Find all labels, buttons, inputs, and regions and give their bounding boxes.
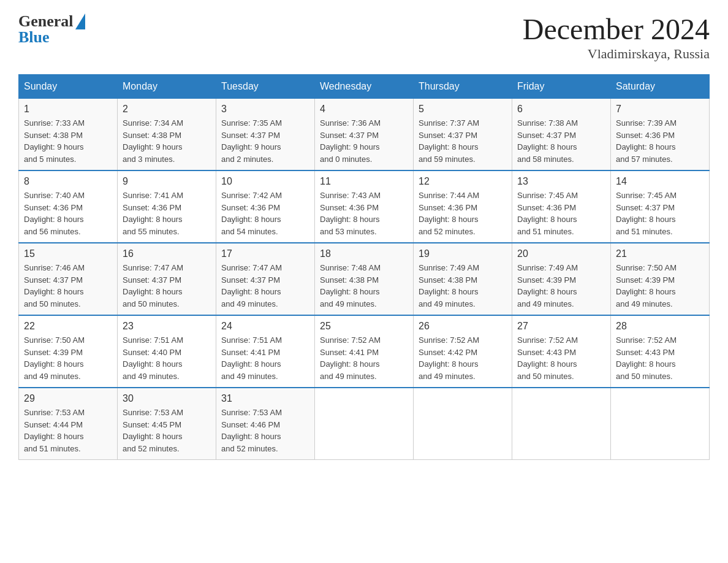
calendar-cell: 4 Sunrise: 7:36 AMSunset: 4:37 PMDayligh… [315,99,414,171]
day-info: Sunrise: 7:39 AMSunset: 4:36 PMDaylight:… [616,118,677,164]
logo-blue: Blue [18,28,50,47]
day-number: 22 [24,321,112,332]
col-thursday: Thursday [414,75,512,99]
header-right: December 2024 Vladimirskaya, Russia [523,12,710,62]
day-number: 18 [320,248,408,259]
day-info: Sunrise: 7:46 AMSunset: 4:37 PMDaylight:… [24,263,85,308]
calendar-cell: 27 Sunrise: 7:52 AMSunset: 4:43 PMDaylig… [512,315,611,388]
day-info: Sunrise: 7:43 AMSunset: 4:36 PMDaylight:… [320,191,381,236]
day-number: 25 [320,321,408,332]
day-info: Sunrise: 7:47 AMSunset: 4:37 PMDaylight:… [123,263,183,308]
calendar-cell: 14 Sunrise: 7:45 AMSunset: 4:37 PMDaylig… [611,170,710,243]
col-monday: Monday [118,75,216,99]
col-friday: Friday [512,75,611,99]
day-number: 12 [419,176,507,187]
calendar-cell: 8 Sunrise: 7:40 AMSunset: 4:36 PMDayligh… [19,170,118,243]
calendar-cell: 15 Sunrise: 7:46 AMSunset: 4:37 PMDaylig… [19,243,118,315]
calendar-cell: 5 Sunrise: 7:37 AMSunset: 4:37 PMDayligh… [414,99,512,171]
day-number: 26 [419,321,507,332]
day-info: Sunrise: 7:52 AMSunset: 4:43 PMDaylight:… [616,335,677,381]
calendar-cell: 13 Sunrise: 7:45 AMSunset: 4:36 PMDaylig… [512,170,611,243]
calendar-cell [315,388,414,460]
calendar-row-2: 8 Sunrise: 7:40 AMSunset: 4:36 PMDayligh… [19,170,710,243]
calendar-cell [414,388,512,460]
calendar-row-5: 29 Sunrise: 7:53 AMSunset: 4:44 PMDaylig… [19,388,710,460]
calendar-cell: 28 Sunrise: 7:52 AMSunset: 4:43 PMDaylig… [611,315,710,388]
calendar-cell: 16 Sunrise: 7:47 AMSunset: 4:37 PMDaylig… [118,243,216,315]
col-wednesday: Wednesday [315,75,414,99]
calendar-table: Sunday Monday Tuesday Wednesday Thursday… [18,74,710,460]
day-number: 15 [24,248,112,259]
calendar-cell: 26 Sunrise: 7:52 AMSunset: 4:42 PMDaylig… [414,315,512,388]
calendar-cell: 2 Sunrise: 7:34 AMSunset: 4:38 PMDayligh… [118,99,216,171]
logo-triangle-icon [75,13,85,29]
day-number: 28 [616,321,704,332]
month-title: December 2024 [523,12,710,46]
day-number: 1 [24,104,112,115]
calendar-cell [611,388,710,460]
day-info: Sunrise: 7:50 AMSunset: 4:39 PMDaylight:… [616,263,677,308]
day-info: Sunrise: 7:51 AMSunset: 4:41 PMDaylight:… [221,335,282,381]
calendar-cell: 18 Sunrise: 7:48 AMSunset: 4:38 PMDaylig… [315,243,414,315]
day-info: Sunrise: 7:52 AMSunset: 4:43 PMDaylight:… [517,335,578,381]
day-number: 13 [517,176,605,187]
day-info: Sunrise: 7:42 AMSunset: 4:36 PMDaylight:… [221,191,282,236]
calendar-cell: 1 Sunrise: 7:33 AMSunset: 4:38 PMDayligh… [19,99,118,171]
day-info: Sunrise: 7:45 AMSunset: 4:37 PMDaylight:… [616,191,677,236]
day-info: Sunrise: 7:48 AMSunset: 4:38 PMDaylight:… [320,263,381,308]
day-info: Sunrise: 7:37 AMSunset: 4:37 PMDaylight:… [419,118,479,164]
day-info: Sunrise: 7:40 AMSunset: 4:36 PMDaylight:… [24,191,85,236]
calendar-cell: 6 Sunrise: 7:38 AMSunset: 4:37 PMDayligh… [512,99,611,171]
day-number: 11 [320,176,408,187]
col-tuesday: Tuesday [216,75,315,99]
day-info: Sunrise: 7:49 AMSunset: 4:39 PMDaylight:… [517,263,578,308]
day-info: Sunrise: 7:51 AMSunset: 4:40 PMDaylight:… [123,335,183,381]
day-info: Sunrise: 7:33 AMSunset: 4:38 PMDaylight:… [24,118,85,164]
calendar-cell: 22 Sunrise: 7:50 AMSunset: 4:39 PMDaylig… [19,315,118,388]
day-info: Sunrise: 7:36 AMSunset: 4:37 PMDaylight:… [320,118,381,164]
calendar-cell: 12 Sunrise: 7:44 AMSunset: 4:36 PMDaylig… [414,170,512,243]
day-number: 16 [123,248,211,259]
day-info: Sunrise: 7:53 AMSunset: 4:44 PMDaylight:… [24,408,85,453]
day-info: Sunrise: 7:53 AMSunset: 4:46 PMDaylight:… [221,408,282,453]
calendar-cell: 10 Sunrise: 7:42 AMSunset: 4:36 PMDaylig… [216,170,315,243]
day-number: 5 [419,104,507,115]
calendar-cell: 11 Sunrise: 7:43 AMSunset: 4:36 PMDaylig… [315,170,414,243]
calendar-cell: 25 Sunrise: 7:52 AMSunset: 4:41 PMDaylig… [315,315,414,388]
day-number: 31 [221,393,309,404]
day-number: 7 [616,104,704,115]
calendar-row-4: 22 Sunrise: 7:50 AMSunset: 4:39 PMDaylig… [19,315,710,388]
calendar-cell [512,388,611,460]
day-number: 9 [123,176,211,187]
calendar-cell: 21 Sunrise: 7:50 AMSunset: 4:39 PMDaylig… [611,243,710,315]
calendar-cell: 24 Sunrise: 7:51 AMSunset: 4:41 PMDaylig… [216,315,315,388]
day-number: 24 [221,321,309,332]
day-number: 30 [123,393,211,404]
day-info: Sunrise: 7:38 AMSunset: 4:37 PMDaylight:… [517,118,578,164]
day-number: 3 [221,104,309,115]
day-info: Sunrise: 7:49 AMSunset: 4:38 PMDaylight:… [419,263,479,308]
calendar-cell: 19 Sunrise: 7:49 AMSunset: 4:38 PMDaylig… [414,243,512,315]
day-number: 29 [24,393,112,404]
day-number: 6 [517,104,605,115]
day-number: 10 [221,176,309,187]
day-number: 19 [419,248,507,259]
calendar-cell: 9 Sunrise: 7:41 AMSunset: 4:36 PMDayligh… [118,170,216,243]
calendar-cell: 23 Sunrise: 7:51 AMSunset: 4:40 PMDaylig… [118,315,216,388]
day-number: 14 [616,176,704,187]
day-info: Sunrise: 7:52 AMSunset: 4:41 PMDaylight:… [320,335,381,381]
logo: General Blue [18,12,85,47]
page-header: General Blue December 2024 Vladimirskaya… [18,12,710,62]
day-info: Sunrise: 7:52 AMSunset: 4:42 PMDaylight:… [419,335,479,381]
day-number: 2 [123,104,211,115]
calendar-cell: 20 Sunrise: 7:49 AMSunset: 4:39 PMDaylig… [512,243,611,315]
calendar-row-3: 15 Sunrise: 7:46 AMSunset: 4:37 PMDaylig… [19,243,710,315]
day-info: Sunrise: 7:50 AMSunset: 4:39 PMDaylight:… [24,335,85,381]
location: Vladimirskaya, Russia [523,46,710,62]
calendar-cell: 3 Sunrise: 7:35 AMSunset: 4:37 PMDayligh… [216,99,315,171]
calendar-row-1: 1 Sunrise: 7:33 AMSunset: 4:38 PMDayligh… [19,99,710,171]
calendar-cell: 29 Sunrise: 7:53 AMSunset: 4:44 PMDaylig… [19,388,118,460]
calendar-cell: 31 Sunrise: 7:53 AMSunset: 4:46 PMDaylig… [216,388,315,460]
day-info: Sunrise: 7:45 AMSunset: 4:36 PMDaylight:… [517,191,578,236]
calendar-cell: 30 Sunrise: 7:53 AMSunset: 4:45 PMDaylig… [118,388,216,460]
